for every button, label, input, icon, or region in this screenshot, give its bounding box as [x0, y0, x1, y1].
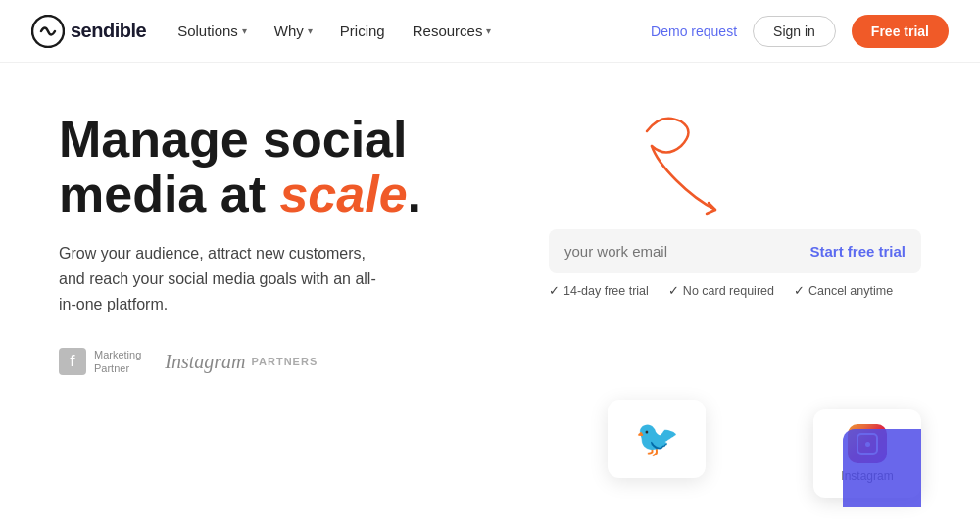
nav-resources[interactable]: Resources ▾ [413, 23, 492, 39]
signin-button[interactable]: Sign in [753, 16, 836, 47]
logo-icon [31, 15, 65, 48]
chevron-down-icon: ▾ [486, 25, 491, 36]
trial-benefits: ✓ 14-day free trial ✓ No card required ✓… [549, 283, 893, 298]
chevron-down-icon: ▾ [242, 25, 247, 36]
hero-section: Manage social media at scale. Grow your … [0, 63, 980, 527]
hero-subtext: Grow your audience, attract new customer… [59, 241, 392, 316]
check-icon: ✓ [549, 283, 560, 298]
nav-why[interactable]: Why ▾ [274, 23, 313, 39]
navbar: sendible Solutions ▾ Why ▾ Pricing Resou… [0, 0, 980, 63]
benefit-cancel: ✓ Cancel anytime [794, 283, 893, 298]
hero-right: Start free trial ✓ 14-day free trial ✓ N… [529, 102, 921, 507]
email-input[interactable] [564, 243, 802, 260]
fb-partner-label: Marketing Partner [94, 348, 141, 376]
partner-logos: f Marketing Partner Instagram PARTNERS [59, 348, 529, 376]
twitter-icon: 🐦 [635, 418, 679, 459]
nav-solutions[interactable]: Solutions ▾ [177, 23, 247, 39]
nav-links: Solutions ▾ Why ▾ Pricing Resources ▾ [177, 23, 651, 39]
check-icon: ✓ [794, 283, 805, 298]
demo-request-link[interactable]: Demo request [651, 24, 737, 39]
start-free-trial-button[interactable]: Start free trial [809, 243, 906, 260]
blue-accent-decoration [843, 429, 921, 507]
logo-link[interactable]: sendible [31, 15, 146, 48]
benefit-14day: ✓ 14-day free trial [549, 283, 649, 298]
twitter-card: 🐦 [608, 400, 706, 478]
facebook-icon: f [59, 348, 86, 375]
hero-left: Manage social media at scale. Grow your … [59, 102, 529, 507]
nav-pricing[interactable]: Pricing [340, 23, 385, 39]
chevron-down-icon: ▾ [308, 25, 313, 36]
logo-text: sendible [71, 20, 146, 42]
arrow-illustration [568, 102, 764, 229]
nav-actions: Demo request Sign in Free trial [651, 15, 949, 48]
facebook-partner: f Marketing Partner [59, 348, 141, 376]
check-icon: ✓ [668, 283, 679, 298]
arrow-container [568, 102, 764, 229]
email-signup-box: Start free trial [549, 229, 921, 273]
instagram-partner: Instagram PARTNERS [165, 351, 318, 373]
free-trial-button[interactable]: Free trial [852, 15, 949, 48]
benefit-nocard: ✓ No card required [668, 283, 774, 298]
hero-headline: Manage social media at scale. [59, 112, 529, 221]
